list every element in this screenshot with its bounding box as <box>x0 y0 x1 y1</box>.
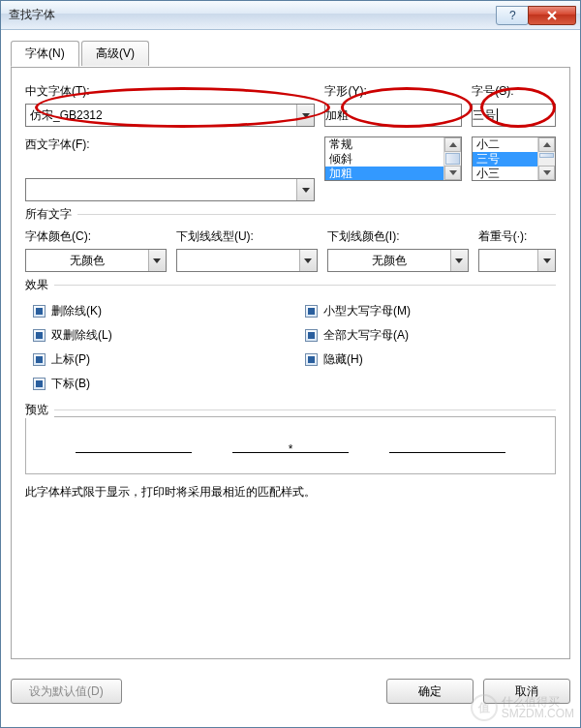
svg-text:?: ? <box>509 11 516 20</box>
emphasis-combo[interactable] <box>478 249 556 272</box>
chevron-up-icon[interactable] <box>444 137 461 152</box>
window-title: 查找字体 <box>1 7 55 23</box>
label-style: 字形(Y): <box>324 83 462 100</box>
help-button[interactable]: ? <box>496 6 529 25</box>
chevron-down-icon[interactable] <box>537 250 555 271</box>
tab-font[interactable]: 字体(N) <box>11 41 79 67</box>
label-font-color: 字体颜色(C): <box>25 228 167 245</box>
check-dbl-strikethrough[interactable]: 双删除线(L) <box>33 327 276 344</box>
chevron-down-icon[interactable] <box>296 179 314 200</box>
list-item[interactable]: 三号 <box>473 152 537 167</box>
ok-button[interactable]: 确定 <box>386 679 474 704</box>
chevron-down-icon[interactable] <box>296 105 314 126</box>
scroll-thumb[interactable] <box>539 153 554 158</box>
check-superscript[interactable]: 上标(P) <box>33 351 276 368</box>
list-item[interactable]: 加粗 <box>325 167 443 180</box>
list-item[interactable]: 小二 <box>473 137 537 152</box>
close-button[interactable] <box>528 6 576 25</box>
scrollbar[interactable] <box>537 137 555 180</box>
underline-color-combo[interactable]: 无颜色 <box>327 249 469 272</box>
chevron-down-icon[interactable] <box>148 250 166 271</box>
window-controls: ? <box>497 6 580 25</box>
check-subscript[interactable]: 下标(B) <box>33 376 276 392</box>
group-all-text: 所有文字 <box>25 206 77 223</box>
tab-advanced[interactable]: 高级(V) <box>81 41 149 66</box>
check-strikethrough[interactable]: 删除线(K) <box>33 303 276 319</box>
chevron-down-icon[interactable] <box>450 250 468 271</box>
tabstrip: 字体(N) 高级(V) <box>11 40 570 67</box>
list-item[interactable]: 小三 <box>473 167 537 180</box>
chevron-down-icon[interactable] <box>299 250 317 271</box>
chinese-font-combo[interactable]: 仿宋_GB2312 <box>25 104 315 127</box>
chevron-down-icon[interactable] <box>538 166 555 180</box>
client-area: 字体(N) 高级(V) 中文字体(T): 仿宋_GB2312 字形(Y): 加粗 <box>1 30 580 727</box>
scroll-thumb[interactable] <box>445 153 460 165</box>
preview-line: * <box>232 438 349 453</box>
group-preview: 预览 <box>25 402 54 418</box>
preview-note: 此字体样式限于显示，打印时将采用最相近的匹配样式。 <box>25 484 556 500</box>
label-emphasis: 着重号(·): <box>478 228 556 245</box>
chevron-down-icon[interactable] <box>444 166 461 180</box>
label-size: 字号(S): <box>472 83 556 100</box>
chinese-font-value: 仿宋_GB2312 <box>26 107 296 124</box>
titlebar: 查找字体 ? <box>1 1 580 30</box>
dialog-window: 查找字体 ? 字体(N) 高级(V) 中文字体(T): 仿宋_GB2312 <box>0 0 581 728</box>
preview-box: * <box>25 416 556 474</box>
underline-style-combo[interactable] <box>176 249 318 272</box>
preview-line <box>389 438 505 453</box>
style-listbox[interactable]: 常规 倾斜 加粗 <box>324 136 462 181</box>
preview-line <box>76 438 192 453</box>
scrollbar[interactable] <box>443 137 461 180</box>
group-effects: 效果 <box>25 277 54 293</box>
label-underline-style: 下划线线型(U): <box>176 228 318 245</box>
chevron-up-icon[interactable] <box>538 137 555 152</box>
list-item[interactable]: 常规 <box>325 137 443 152</box>
check-small-caps[interactable]: 小型大写字母(M) <box>305 303 548 319</box>
set-default-button[interactable]: 设为默认值(D) <box>11 679 122 704</box>
label-chinese-font: 中文字体(T): <box>25 83 315 100</box>
list-item[interactable]: 倾斜 <box>325 152 443 167</box>
western-font-combo[interactable] <box>25 178 315 201</box>
label-underline-color: 下划线颜色(I): <box>327 228 469 245</box>
watermark: 值 什么值得买 SMZDM.COM <box>471 694 574 721</box>
check-all-caps[interactable]: 全部大写字母(A) <box>305 327 548 344</box>
label-western-font: 西文字体(F): <box>25 136 315 153</box>
style-input[interactable]: 加粗 <box>324 104 462 127</box>
tab-content: 中文字体(T): 仿宋_GB2312 字形(Y): 加粗 字号(S): 三号 <box>11 67 570 659</box>
font-color-combo[interactable]: 无颜色 <box>25 249 167 272</box>
size-listbox[interactable]: 小二 三号 小三 <box>472 136 556 181</box>
size-input[interactable]: 三号 <box>472 104 556 127</box>
check-hidden[interactable]: 隐藏(H) <box>305 351 548 368</box>
